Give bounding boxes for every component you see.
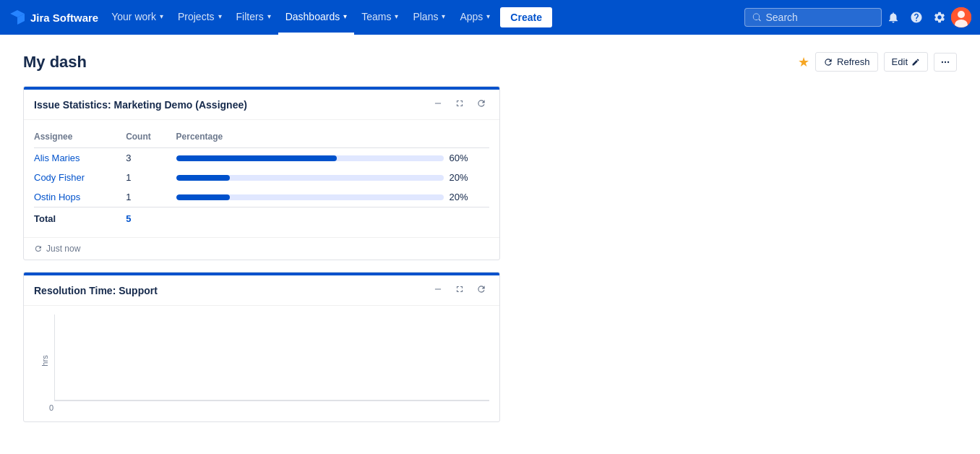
table-row: Cody Fisher 1 20% xyxy=(34,168,489,187)
search-box[interactable] xyxy=(744,8,882,27)
assignee-link[interactable]: Alis Maries xyxy=(34,153,80,163)
help-icon xyxy=(910,11,923,24)
count-cell: 1 xyxy=(126,168,176,187)
main-content: My dash ★ Refresh Edit xyxy=(0,35,980,440)
edit-button[interactable]: Edit xyxy=(884,52,928,72)
resolution-widget-actions xyxy=(430,283,489,298)
minimize-icon xyxy=(433,284,443,294)
percentage-cell: 20% xyxy=(450,187,489,207)
nav-item-your-work[interactable]: Your work ▾ xyxy=(104,0,171,35)
nav-item-apps[interactable]: Apps ▾ xyxy=(452,0,497,35)
bar-fill xyxy=(176,175,230,181)
search-input[interactable] xyxy=(765,12,874,23)
svg-point-5 xyxy=(947,61,949,62)
assignee-cell: Cody Fisher xyxy=(34,168,126,187)
refresh-small-icon xyxy=(34,244,43,253)
assignee-link[interactable]: Ostin Hops xyxy=(34,192,80,202)
jira-logo[interactable]: Jira Software xyxy=(9,9,98,26)
total-value: 5 xyxy=(126,207,176,229)
nav-item-teams[interactable]: Teams ▾ xyxy=(354,0,405,35)
resolution-widget-header: Resolution Time: Support xyxy=(24,275,499,306)
table-row: Alis Maries 3 60% xyxy=(34,148,489,168)
widget-header-actions xyxy=(430,97,489,112)
widget-expand-button[interactable] xyxy=(452,97,468,112)
more-button[interactable] xyxy=(934,53,957,72)
total-label: Total xyxy=(34,207,126,229)
page-actions: ★ Refresh Edit xyxy=(798,52,957,72)
page-title: My dash xyxy=(23,53,87,72)
issue-statistics-widget: Issue Statistics: Marketing Demo (Assign… xyxy=(23,86,500,260)
assignee-link[interactable]: Cody Fisher xyxy=(34,172,85,183)
resolution-time-widget: Resolution Time: Support hrs 0 xyxy=(23,272,500,422)
notifications-button[interactable] xyxy=(882,6,905,29)
table-row: Ostin Hops 1 20% xyxy=(34,187,489,207)
minimize-icon xyxy=(433,98,443,108)
chevron-down-icon: ▾ xyxy=(343,12,347,20)
refresh-icon xyxy=(476,284,486,294)
bar-cell xyxy=(176,148,450,168)
refresh-icon xyxy=(476,98,486,108)
bar-fill xyxy=(176,155,337,161)
bar-track xyxy=(176,194,444,200)
nav-item-filters[interactable]: Filters ▾ xyxy=(229,0,278,35)
widget-body: Assignee Count Percentage Alis Maries 3 … xyxy=(24,120,499,237)
count-cell: 3 xyxy=(126,148,176,168)
navbar: Jira Software Your work ▾ Projects ▾ Fil… xyxy=(0,0,980,35)
refresh-icon xyxy=(823,57,833,67)
chevron-down-icon: ▾ xyxy=(160,12,163,20)
more-icon xyxy=(940,57,950,67)
total-row: Total 5 xyxy=(34,207,489,229)
create-button[interactable]: Create xyxy=(500,7,552,27)
resolution-expand-button[interactable] xyxy=(452,283,468,298)
resolution-refresh-button[interactable] xyxy=(473,283,489,298)
jira-logo-icon xyxy=(9,9,26,26)
avatar[interactable] xyxy=(951,7,971,27)
nav-item-projects[interactable]: Projects ▾ xyxy=(171,0,229,35)
page-header: My dash ★ Refresh Edit xyxy=(23,52,957,72)
expand-icon xyxy=(455,284,465,294)
star-button[interactable]: ★ xyxy=(798,54,809,70)
chevron-down-icon: ▾ xyxy=(267,12,271,20)
bar-track xyxy=(176,175,444,181)
bar-track xyxy=(176,155,444,161)
nav-item-dashboards[interactable]: Dashboards ▾ xyxy=(278,0,355,35)
chevron-down-icon: ▾ xyxy=(486,12,490,20)
refresh-button[interactable]: Refresh xyxy=(815,52,878,72)
widget-refresh-button[interactable] xyxy=(473,97,489,112)
svg-point-3 xyxy=(942,61,943,62)
svg-point-1 xyxy=(958,11,965,18)
widget-title: Issue Statistics: Marketing Demo (Assign… xyxy=(34,99,247,111)
col-assignee: Assignee xyxy=(34,129,126,148)
svg-point-4 xyxy=(945,61,946,62)
resolution-widget-title: Resolution Time: Support xyxy=(34,285,158,296)
resolution-minimize-button[interactable] xyxy=(430,283,446,298)
count-cell: 1 xyxy=(126,187,176,207)
percentage-cell: 60% xyxy=(450,148,489,168)
nav-item-plans[interactable]: Plans ▾ xyxy=(405,0,452,35)
expand-icon xyxy=(455,98,465,108)
assignee-cell: Alis Maries xyxy=(34,148,126,168)
percentage-cell: 20% xyxy=(450,168,489,187)
jira-logo-text: Jira Software xyxy=(30,12,98,24)
widget-minimize-button[interactable] xyxy=(430,97,446,112)
help-button[interactable] xyxy=(905,6,928,29)
pencil-icon xyxy=(911,58,920,67)
zero-label: 0 xyxy=(49,403,53,412)
col-percentage: Percentage xyxy=(176,129,489,148)
assignee-cell: Ostin Hops xyxy=(34,187,126,207)
issue-statistics-table: Assignee Count Percentage Alis Maries 3 … xyxy=(34,129,489,228)
gear-icon xyxy=(933,11,946,24)
widget-header: Issue Statistics: Marketing Demo (Assign… xyxy=(24,90,499,120)
resolution-chart-area: hrs 0 xyxy=(24,306,499,421)
bar-cell xyxy=(176,187,450,207)
chevron-down-icon: ▾ xyxy=(395,12,398,20)
bar-cell xyxy=(176,168,450,187)
avatar-image xyxy=(951,7,971,27)
widget-footer: Just now xyxy=(24,237,499,260)
chevron-down-icon: ▾ xyxy=(218,12,222,20)
bell-icon xyxy=(887,11,900,24)
y-axis-label: hrs xyxy=(40,355,48,366)
settings-button[interactable] xyxy=(928,6,951,29)
bar-fill xyxy=(176,194,230,200)
search-icon xyxy=(752,12,761,22)
